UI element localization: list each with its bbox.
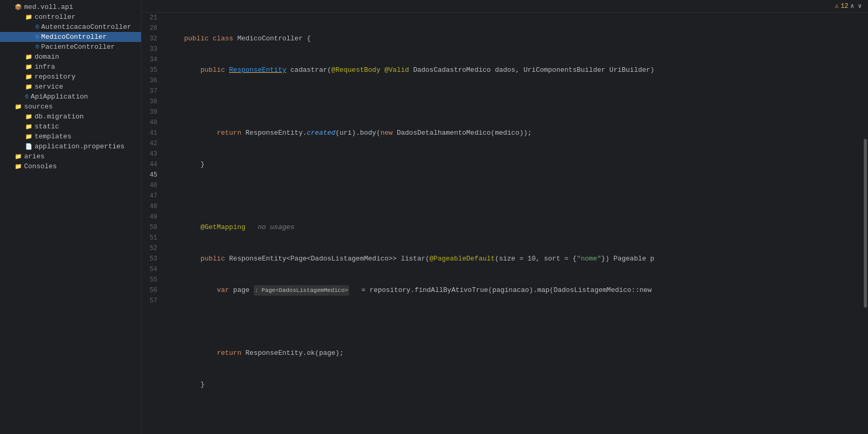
sidebar-item-label: repository	[35, 73, 75, 81]
sidebar-item-application-properties[interactable]: 📄 application.properties	[0, 142, 141, 151]
line-num: 52	[146, 243, 159, 254]
sidebar-item-libraries[interactable]: 📁 aries	[0, 151, 141, 161]
code-line-38: var page : Page<DadosListagemMedico> = r…	[168, 285, 862, 296]
sidebar-item-label: templates	[35, 133, 71, 140]
code-line-33: return ResponseEntity.created(uri).body(…	[168, 128, 862, 138]
sidebar-item-med-voll-api[interactable]: 📦 med.voll.api	[0, 2, 141, 12]
line-num: 57	[146, 296, 159, 306]
sidebar-item-medico[interactable]: © MedicoController	[0, 32, 141, 42]
code-line-40: return ResponseEntity.ok(page);	[168, 348, 862, 359]
sidebar-item-domain[interactable]: 📁 domain	[0, 52, 141, 62]
sidebar-item-label: db.migration	[35, 113, 84, 121]
line-num: 39	[146, 107, 159, 117]
line-num: 41	[146, 128, 159, 138]
code-editor: ⚠ 12 ∧ ∨ 21 28 32 33 34 35 36 37 38 39 4…	[142, 0, 868, 434]
sidebar-item-sources[interactable]: 📁 sources	[0, 102, 141, 112]
line-num-special: 45	[146, 170, 159, 180]
code-line-35	[168, 191, 862, 201]
sidebar-item-label: AutenticacaoController	[41, 23, 132, 31]
warning-expand-icon[interactable]: ∧ ∨	[850, 2, 862, 10]
sidebar-item-label: domain	[35, 53, 59, 61]
folder-icon: 📁	[25, 63, 32, 70]
line-num: 37	[146, 86, 159, 96]
sidebar-item-repository[interactable]: 📁 repository	[0, 72, 141, 82]
sidebar-item-label: med.voll.api	[24, 3, 73, 11]
folder-icon: 📁	[25, 73, 32, 80]
line-num: 56	[146, 285, 159, 296]
scrollbar-thumb[interactable]	[864, 139, 867, 308]
class-icon: ©	[25, 94, 29, 100]
folder-icon: 📁	[15, 163, 22, 170]
sidebar-item-label: ApiApplication	[31, 93, 88, 101]
warning-icon: ⚠	[835, 2, 839, 10]
line-num: 32	[146, 34, 159, 44]
warning-badge[interactable]: ⚠ 12 ∧ ∨	[835, 2, 862, 10]
code-line-39	[168, 317, 862, 327]
line-num: 48	[146, 201, 159, 212]
line-num: 54	[146, 264, 159, 275]
line-num: 44	[146, 159, 159, 170]
code-line-32	[168, 96, 862, 107]
sidebar-item-db-migration[interactable]: 📁 db.migration	[0, 112, 141, 122]
class-icon: ©	[36, 44, 39, 50]
folder-icon: 📁	[25, 133, 32, 140]
code-line-21: public class MedicoController {	[168, 34, 862, 44]
line-num: 47	[146, 191, 159, 201]
folder-icon: 📁	[15, 153, 22, 160]
folder-icon: 📁	[25, 123, 32, 130]
code-line-36: @GetMapping no usages	[168, 222, 862, 233]
folder-icon: 📁	[25, 113, 32, 120]
sidebar-item-label: Consoles	[24, 162, 57, 170]
sidebar-item-label: aries	[24, 153, 45, 160]
class-icon: ©	[36, 34, 39, 40]
line-num: 38	[146, 96, 159, 107]
code-area: 21 28 32 33 34 35 36 37 38 39 40 41 42 4…	[142, 13, 868, 434]
line-num: 33	[146, 44, 159, 55]
sidebar: 📦 med.voll.api 📁 controller © Autenticac…	[0, 0, 142, 434]
sidebar-item-service[interactable]: 📁 service	[0, 82, 141, 92]
code-line-37: public ResponseEntity<Page<DadosListagem…	[168, 254, 862, 264]
line-numbers: 21 28 32 33 34 35 36 37 38 39 40 41 42 4…	[142, 13, 164, 434]
line-num: 55	[146, 275, 159, 285]
sidebar-item-api-application[interactable]: © ApiApplication	[0, 92, 141, 102]
line-num: 40	[146, 117, 159, 128]
line-num: 49	[146, 212, 159, 222]
sidebar-item-static[interactable]: 📁 static	[0, 122, 141, 132]
sidebar-item-templates[interactable]: 📁 templates	[0, 132, 141, 142]
sidebar-item-label: MedicoController	[41, 33, 107, 41]
folder-icon: 📁	[25, 53, 32, 60]
sidebar-item-label: static	[35, 123, 59, 131]
editor-header: ⚠ 12 ∧ ∨	[142, 0, 868, 13]
line-num: 28	[146, 23, 159, 34]
file-icon: 📄	[25, 143, 32, 150]
folder-icon: 📁	[15, 103, 22, 110]
sidebar-item-autenticacao[interactable]: © AutenticacaoController	[0, 22, 141, 32]
code-line-42	[168, 411, 862, 421]
sidebar-item-infra[interactable]: 📁 infra	[0, 62, 141, 72]
line-num: 21	[146, 13, 159, 23]
line-num: 53	[146, 254, 159, 264]
sidebar-item-consoles[interactable]: 📁 Consoles	[0, 161, 141, 171]
code-line-41: }	[168, 379, 862, 390]
line-num: 50	[146, 222, 159, 233]
line-num: 42	[146, 138, 159, 149]
line-num: 34	[146, 55, 159, 65]
package-icon: 📦	[15, 4, 22, 10]
line-num: 46	[146, 180, 159, 191]
code-line-28: public ResponseEntity cadastrar(@Request…	[168, 65, 862, 75]
line-num: 51	[146, 233, 159, 243]
scrollbar-track[interactable]	[862, 13, 868, 434]
folder-icon: 📁	[25, 14, 32, 20]
sidebar-item-label: PacienteController	[41, 43, 115, 51]
sidebar-item-label: service	[35, 83, 63, 91]
sidebar-item-paciente[interactable]: © PacienteController	[0, 42, 141, 52]
line-num: 35	[146, 65, 159, 75]
sidebar-item-controller[interactable]: 📁 controller	[0, 12, 141, 22]
class-icon: ©	[36, 24, 39, 30]
sidebar-item-label: application.properties	[35, 143, 125, 150]
code-content[interactable]: public class MedicoController { public R…	[164, 13, 862, 434]
code-line-34: }	[168, 159, 862, 170]
sidebar-item-label: sources	[24, 103, 53, 111]
sidebar-item-label: infra	[35, 63, 55, 71]
folder-icon: 📁	[25, 83, 32, 90]
